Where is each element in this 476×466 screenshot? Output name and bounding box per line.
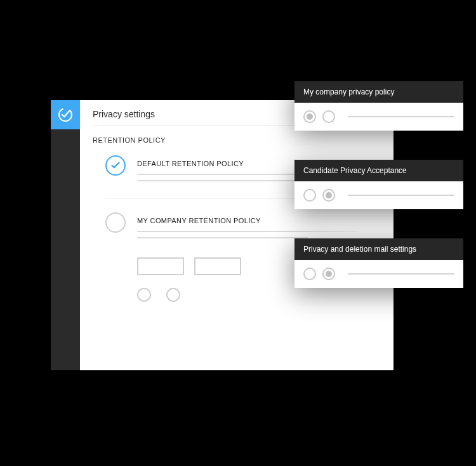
radio-option[interactable]	[322, 189, 335, 202]
card-body	[294, 103, 463, 131]
radio-option[interactable]	[303, 268, 316, 280]
card-body	[294, 260, 463, 288]
placeholder-line	[348, 116, 454, 117]
main-panel: Privacy settings RETENTION POLICY DEFAUL…	[80, 100, 393, 370]
settings-window: Privacy settings RETENTION POLICY DEFAUL…	[51, 100, 393, 370]
card-title: Privacy and deletion mail settings	[294, 238, 463, 260]
option-title: MY COMPANY RETENTION POLICY	[137, 217, 381, 224]
checkmark-icon	[110, 160, 121, 171]
app-logo-tile[interactable]	[51, 100, 80, 129]
radio-selected-icon	[105, 155, 126, 176]
card-title: Candidate Privacy Acceptance	[294, 160, 463, 181]
radio-option[interactable]	[166, 288, 180, 302]
placeholder-line	[348, 273, 454, 275]
radio-unselected-icon	[105, 212, 126, 233]
card-candidate-privacy-acceptance: Candidate Privacy Acceptance	[294, 160, 463, 209]
radio-option[interactable]	[303, 110, 316, 123]
input-field[interactable]	[194, 257, 241, 275]
sidebar	[51, 100, 80, 370]
input-field[interactable]	[137, 257, 184, 275]
checkmark-circle-icon	[56, 106, 74, 124]
radio-option[interactable]	[303, 189, 316, 202]
placeholder-line	[137, 231, 357, 232]
card-title: My company privacy policy	[294, 81, 463, 103]
radio-option[interactable]	[322, 268, 335, 280]
placeholder-line	[348, 195, 454, 196]
placeholder-line	[137, 237, 308, 238]
card-body	[294, 181, 463, 209]
card-privacy-deletion-mail-settings: Privacy and deletion mail settings	[294, 238, 463, 288]
radio-option[interactable]	[322, 110, 335, 123]
placeholder-line	[137, 180, 308, 181]
radio-option[interactable]	[137, 288, 151, 302]
card-company-privacy-policy: My company privacy policy	[294, 81, 463, 131]
